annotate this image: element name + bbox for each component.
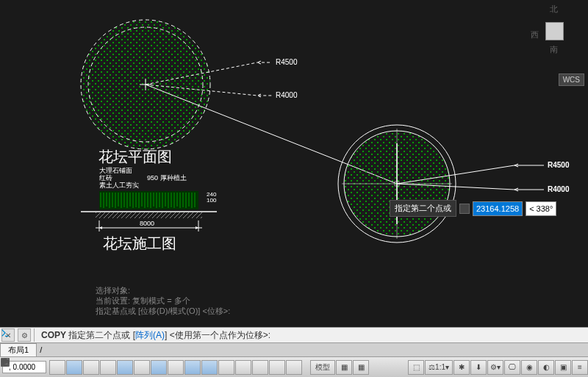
osnap-icon[interactable]: [151, 360, 167, 375]
otrack-icon[interactable]: [184, 360, 201, 375]
section-label: 950 厚种植土: [147, 174, 187, 182]
transparency-icon[interactable]: [235, 360, 251, 375]
viewcube[interactable]: 北 西 南: [529, 4, 581, 55]
radius-label: R4500: [276, 58, 298, 66]
workspace-icon[interactable]: ⚙▾: [487, 360, 503, 375]
radius-label: R4500: [548, 161, 570, 169]
annoscale-icon[interactable]: ⬚: [408, 360, 424, 375]
section-label: 红砖: [99, 174, 112, 182]
layout-tab[interactable]: 布局1: [0, 343, 37, 356]
layout-tabs: 布局1 /: [0, 343, 588, 356]
layout-prev-icon[interactable]: ▦: [336, 360, 352, 375]
model-button[interactable]: 模型: [310, 360, 335, 375]
ortho-icon[interactable]: [100, 360, 116, 375]
section-dim: 100: [207, 197, 217, 204]
viewcube-face[interactable]: [545, 22, 564, 40]
viewcube-north: 北: [550, 4, 558, 15]
drawing-canvas[interactable]: R4500 R4000 花坛平面图 大理石铺面 红砖 素土人工夯实 950 厚种…: [0, 0, 588, 323]
quickprops-icon[interactable]: [286, 360, 302, 375]
wcs-label[interactable]: WCS: [559, 73, 584, 86]
viewcube-west: 西: [531, 29, 539, 40]
annoauto-icon[interactable]: ⬇: [470, 360, 487, 375]
customize-status-icon[interactable]: ≡: [572, 360, 588, 375]
command-bar: ✕ ⚙ COPY 指定第二个点或 [阵列(A)] <使用第一个点作为位移>:: [0, 327, 588, 343]
hardware-icon[interactable]: ◉: [521, 360, 537, 375]
snap3d-icon[interactable]: [168, 360, 184, 375]
scale-button[interactable]: ⚖1:1▾: [425, 360, 453, 375]
radius-label: R4000: [548, 185, 570, 193]
svg-rect-67: [1, 359, 10, 367]
cleanscreen-icon[interactable]: ▣: [555, 360, 571, 375]
snap-grid-icon[interactable]: [83, 360, 99, 375]
svg-rect-42: [96, 212, 202, 218]
dynamic-prompt: 指定第二个点或: [390, 200, 456, 217]
svg-rect-7: [99, 191, 198, 209]
lineweight-icon[interactable]: [218, 360, 234, 375]
dynamic-distance-input[interactable]: 23164.1258: [473, 201, 523, 216]
radius-label: R4000: [276, 91, 298, 99]
section-label: 素土人工夯实: [99, 182, 139, 189]
cursor-icon[interactable]: [49, 360, 65, 375]
monitor-icon[interactable]: 🖵: [504, 360, 520, 375]
selection-cycling-icon[interactable]: [252, 360, 268, 375]
isolate-icon[interactable]: ◐: [538, 360, 554, 375]
dyninput-icon[interactable]: [201, 360, 218, 375]
grid-icon[interactable]: [66, 360, 82, 375]
status-bar: , 0.0000 模型 ▦ ▦ ⬚ ⚖1:1▾ ✱ ⬇ ⚙▾ 🖵 ◉ ◐ ▣ ≡: [0, 356, 588, 377]
layout-next-icon[interactable]: ▦: [353, 360, 369, 375]
title-text: 花坛施工图: [103, 235, 176, 251]
ducs-icon[interactable]: [269, 360, 285, 375]
dynamic-input: 指定第二个点或 23164.1258 < 338°: [390, 200, 556, 217]
dynamic-angle-input[interactable]: < 338°: [526, 201, 556, 216]
cmd-customize-icon[interactable]: ⚙: [18, 328, 31, 342]
dynamic-options-icon[interactable]: [459, 204, 470, 214]
polar-icon[interactable]: [117, 360, 133, 375]
section-label: 大理石铺面: [99, 167, 132, 174]
command-line[interactable]: COPY 指定第二个点或 [阵列(A)] <使用第一个点作为位移>:: [41, 329, 270, 342]
iso-icon[interactable]: [134, 360, 150, 375]
section-dim: 8000: [140, 220, 154, 227]
annovisible-icon[interactable]: ✱: [453, 360, 470, 375]
viewcube-south: 南: [550, 44, 558, 55]
command-history: 选择对象: 当前设置: 复制模式 = 多个 指定基点或 [位移(D)/模式(O)…: [96, 285, 230, 316]
title-text: 花坛平面图: [98, 148, 172, 165]
command-icon: [0, 328, 10, 338]
